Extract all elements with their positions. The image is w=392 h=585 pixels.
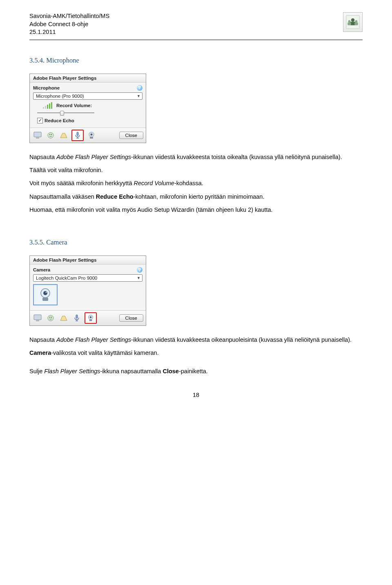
mic-paragraph-5: Huomaa, että mikrofonin voit valita myös… [29,206,363,214]
svg-point-26 [51,317,52,318]
svg-rect-8 [36,137,39,139]
volume-bars-icon [43,102,52,109]
svg-point-3 [348,20,351,22]
svg-rect-22 [34,315,41,320]
record-volume-label: Record Volume: [56,103,92,108]
help-icon[interactable]: ? [137,267,143,273]
tab-storage-icon[interactable] [58,313,69,323]
svg-point-20 [46,292,47,293]
tab-camera-icon[interactable] [85,312,97,324]
svg-point-11 [51,134,52,134]
svg-rect-27 [76,315,78,318]
close-button[interactable]: Close [119,132,143,139]
flash-dialog-cam: Adobe Flash Player Settings Camera ? Log… [29,256,146,326]
svg-point-9 [48,132,53,138]
svg-point-10 [49,134,50,134]
header-line-2: Adobe Connect 8-ohje [29,20,109,29]
cam-dropdown-value: Logitech QuickCam Pro 9000 [36,276,97,280]
tab-camera-icon[interactable] [86,130,97,140]
tab-privacy-icon[interactable] [45,313,56,323]
svg-rect-6 [354,22,358,25]
mic-paragraph-1: Napsauta Adobe Flash Player Settings-ikk… [29,153,363,161]
header-line-3: 25.1.2011 [29,28,109,36]
camera-preview [33,284,58,305]
cam-paragraph-2: Camera-valikosta voit valita käyttämäsi … [29,349,363,357]
reduce-echo-checkbox[interactable]: ✓ [37,118,43,123]
header-line-1: Savonia-AMK/Tietohallinto/MS [29,12,109,20]
svg-rect-7 [34,132,41,137]
section-title-microphone: 3.5.4. Microphone [29,56,363,65]
screenshot-flash-microphone: Adobe Flash Player Settings Microphone ?… [29,74,363,143]
mic-paragraph-4: Napsauttamalla väkäsen Reduce Echo-kohta… [29,193,363,201]
svg-rect-23 [36,320,39,321]
tab-microphone-icon[interactable] [71,130,84,141]
mic-dropdown-value: Microphone (Pro 9000) [36,94,84,99]
tab-display-icon[interactable] [32,130,43,140]
page-number: 18 [29,392,363,398]
tab-microphone-icon[interactable] [71,313,82,323]
help-icon[interactable]: ? [137,85,143,91]
svg-rect-21 [42,298,48,301]
svg-rect-17 [90,137,93,139]
mic-dropdown[interactable]: Microphone (Pro 9000) ▼ [33,92,143,100]
close-button[interactable]: Close [119,314,143,322]
header-text: Savonia-AMK/Tietohallinto/MS Adobe Conne… [29,12,109,36]
cam-paragraph-1: Napsauta Adobe Flash Player Settings-ikk… [29,336,363,344]
chevron-down-icon: ▼ [137,276,140,280]
page-header: Savonia-AMK/Tietohallinto/MS Adobe Conne… [29,12,363,36]
tab-storage-icon[interactable] [58,130,69,140]
svg-rect-12 [77,132,78,136]
section-title-camera: 3.5.5. Camera [29,238,363,247]
record-volume-slider[interactable] [37,110,94,115]
mic-label: Microphone [33,85,60,90]
screenshot-flash-camera: Adobe Flash Player Settings Camera ? Log… [29,256,363,326]
svg-point-1 [351,18,355,22]
reduce-echo-label: Reduce Echo [45,118,74,123]
flash-dialog-mic: Adobe Flash Player Settings Microphone ?… [29,74,146,143]
header-logo-icon [343,12,363,32]
tab-privacy-icon[interactable] [45,130,56,140]
svg-rect-32 [89,320,92,321]
cam-label: Camera [33,267,50,272]
svg-point-24 [48,315,53,321]
svg-point-16 [91,133,93,135]
dialog-title-cam: Adobe Flash Player Settings [30,256,146,264]
dialog-title: Adobe Flash Player Settings [30,74,146,83]
mic-paragraph-2: Täältä voit valita mikrofonin. [29,166,363,174]
tab-display-icon[interactable] [32,313,43,323]
svg-point-25 [49,317,50,318]
svg-point-5 [355,20,358,22]
chevron-down-icon: ▼ [137,94,140,98]
svg-point-31 [90,316,92,318]
mic-paragraph-3: Voit myös säätää mikrofonin herkkyyttä R… [29,179,363,187]
svg-point-19 [43,291,47,295]
cam-paragraph-3: Sulje Flash Player Settings-ikkuna napsa… [29,367,363,375]
svg-rect-4 [347,22,351,25]
cam-dropdown[interactable]: Logitech QuickCam Pro 9000 ▼ [33,274,143,282]
header-divider [29,40,363,40]
